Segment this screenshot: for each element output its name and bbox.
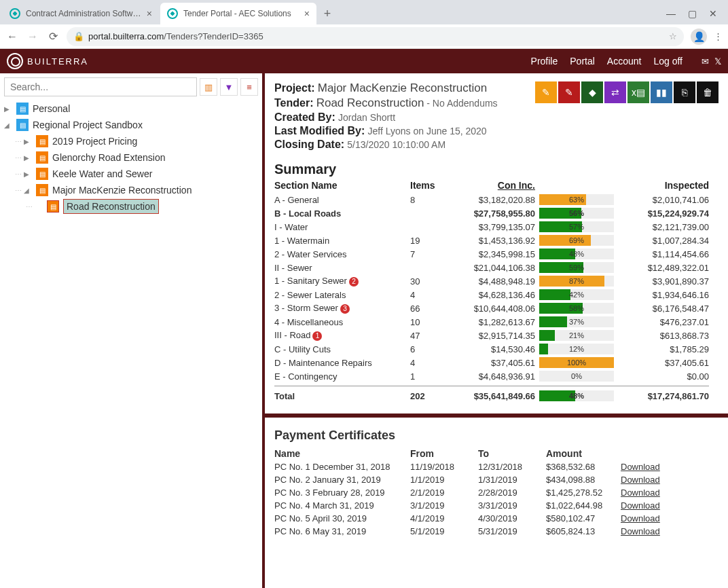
header-nav: Profile Portal Account Log off ✉ 𝕏 — [531, 56, 721, 67]
tree-node[interactable]: ⋯◢▤Major MacKenzie Reconstruction — [15, 182, 258, 198]
nav-account[interactable]: Account — [607, 56, 642, 67]
search-input[interactable] — [4, 77, 197, 96]
tree-label: Major MacKenzie Reconstruction — [52, 185, 192, 196]
toolbar-button-0[interactable]: ✎ — [535, 81, 557, 103]
tree-node[interactable]: ⋯▶▤Keele Water and Sewer — [15, 166, 258, 182]
summary-total-row: Total 202 $35,641,849.66 48% $17,274,861… — [274, 386, 709, 403]
url-host: portal.builterra.com — [88, 31, 164, 41]
brand-text: BUILTERRA — [27, 56, 88, 67]
toolbar-button-7[interactable]: 🗑 — [697, 81, 718, 103]
download-link[interactable]: Download — [621, 462, 660, 472]
download-link[interactable]: Download — [621, 488, 660, 498]
filter-icon-1[interactable]: ▥ — [200, 78, 217, 96]
toolbar-button-2[interactable]: ◆ — [581, 81, 603, 103]
toolbar-button-3[interactable]: ⇄ — [604, 81, 626, 103]
summary-row: B - Local Roads$27,758,955.8056%$15,224,… — [274, 206, 709, 220]
lock-icon: 🔒 — [73, 31, 84, 41]
browser-tab-2[interactable]: Tender Portal - AEC Solutions × — [160, 3, 316, 24]
close-tab-icon[interactable]: × — [147, 8, 152, 19]
tree: ▶▤Personal◢▤Regional Project Sandbox⋯▶▤2… — [4, 100, 258, 215]
col-section: Section Name — [274, 180, 410, 191]
favicon-icon — [167, 8, 178, 19]
filter-icon-2[interactable]: ▼ — [220, 78, 238, 96]
browser-chrome: Contract Administration Software × Tende… — [0, 0, 728, 49]
maximize-icon[interactable]: ▢ — [688, 8, 697, 19]
nav-logoff[interactable]: Log off — [653, 56, 682, 67]
action-toolbar: ✎✎◆⇄x▤▮▮⎘🗑 — [535, 81, 718, 103]
tab-bar: Contract Administration Software × Tende… — [0, 0, 728, 24]
folder-icon: ▤ — [47, 200, 59, 213]
mail-icon[interactable]: ✉ — [702, 56, 709, 67]
created-by: Jordan Shortt — [338, 112, 395, 123]
pc-row: PC No. 5 April 30, 20194/1/20194/30/2019… — [274, 512, 682, 525]
main-content: Project: Major MacKenzie Reconstruction … — [265, 73, 728, 588]
tree-label: Keele Water and Sewer — [52, 168, 152, 179]
summary-table: Section Name Items Con Inc. Inspected A … — [274, 179, 709, 403]
back-button[interactable]: ← — [5, 31, 19, 43]
download-link[interactable]: Download — [621, 475, 660, 485]
folder-icon: ▤ — [36, 151, 48, 164]
tree-label: Personal — [33, 103, 70, 114]
minimize-icon[interactable]: — — [666, 8, 676, 19]
tab-title: Tender Portal - AEC Solutions — [183, 9, 300, 18]
close-window-icon[interactable]: ✕ — [709, 8, 717, 19]
summary-row: 4 - Miscellaneous10$1,282,613.6737%$476,… — [274, 315, 709, 329]
forward-button[interactable]: → — [26, 31, 39, 43]
close-tab-icon[interactable]: × — [304, 8, 310, 19]
download-link[interactable]: Download — [621, 513, 660, 523]
pc-row: PC No. 2 January 31, 20191/1/20191/31/20… — [274, 473, 682, 486]
closing-date: 5/13/2020 10:10:00 AM — [347, 139, 445, 150]
pc-row: PC No. 6 May 31, 20195/1/20195/31/2019$6… — [274, 525, 682, 538]
section-divider — [265, 414, 728, 418]
col-inspected: Inspected — [627, 180, 709, 191]
project-name: Major MacKenzie Reconstruction — [318, 81, 487, 94]
list-icon[interactable]: ≡ — [240, 78, 258, 96]
folder-icon: ▤ — [36, 168, 48, 180]
bookmark-icon[interactable]: ☆ — [669, 31, 677, 41]
profile-avatar[interactable]: 👤 — [691, 29, 707, 45]
brand-logo[interactable]: BUILTERRA — [7, 53, 88, 69]
summary-row: C - Utility Cuts6$14,530.4612%$1,785.29 — [274, 342, 709, 356]
url-path: /Tenders?TenderID=3365 — [164, 31, 263, 41]
nav-portal[interactable]: Portal — [570, 56, 595, 67]
toolbar-button-5[interactable]: ▮▮ — [651, 81, 672, 103]
summary-row: II - Sewer$21,044,106.3859%$12,489,322.0… — [274, 261, 709, 274]
toolbar-button-4[interactable]: x▤ — [627, 81, 649, 103]
col-con[interactable]: Con Inc. — [451, 180, 539, 191]
download-link[interactable]: Download — [621, 500, 660, 511]
tree-label: Glenorchy Road Extension — [52, 152, 166, 163]
pc-title: Payment Certificates — [274, 428, 718, 443]
summary-row: 1 - Sanitary Sewer230$4,488,948.1987%$3,… — [274, 274, 709, 288]
modified-by: Jeff Lyons on June 15, 2020 — [368, 126, 487, 136]
project-meta: Project: Major MacKenzie Reconstruction … — [274, 81, 498, 152]
tree-label: Road Reconstruction — [63, 201, 159, 212]
folder-icon: ▤ — [16, 119, 29, 131]
reload-button[interactable]: ⟳ — [46, 30, 60, 43]
pc-row: PC No. 3 February 28, 20192/1/20192/28/2… — [274, 486, 682, 499]
summary-row: 3 - Storm Sewer366$10,644,408.0658%$6,17… — [274, 301, 709, 315]
summary-title: Summary — [274, 162, 718, 177]
new-tab-button[interactable]: + — [318, 4, 337, 23]
download-link[interactable]: Download — [621, 526, 660, 536]
folder-icon: ▤ — [36, 184, 48, 196]
tree-node[interactable]: ⋯▶▤2019 Project Pricing — [15, 133, 258, 149]
summary-row: 1 - Watermain19$1,453,136.9269%$1,007,28… — [274, 234, 709, 247]
tree-node[interactable]: ◢▤Regional Project Sandbox — [4, 117, 258, 133]
summary-row: III - Road147$2,915,714.3521%$613,868.73 — [274, 329, 709, 342]
tree-node[interactable]: ⋯▤Road Reconstruction — [26, 198, 258, 215]
favicon-icon — [10, 8, 20, 19]
twitter-icon[interactable]: 𝕏 — [714, 56, 721, 67]
sidebar: ▥ ▼ ≡ ▶▤Personal◢▤Regional Project Sandb… — [0, 73, 265, 588]
browser-tab-1[interactable]: Contract Administration Software × — [3, 3, 159, 24]
browser-menu-icon[interactable]: ⋮ — [714, 31, 723, 41]
nav-profile[interactable]: Profile — [531, 56, 558, 67]
summary-row: D - Maintenance Repairs4$37,405.61100%$3… — [274, 356, 709, 369]
tree-node[interactable]: ⋯▶▤Glenorchy Road Extension — [15, 149, 258, 166]
tree-node[interactable]: ▶▤Personal — [4, 100, 258, 117]
toolbar-button-1[interactable]: ✎ — [558, 81, 580, 103]
app-header: BUILTERRA Profile Portal Account Log off… — [0, 49, 728, 73]
toolbar-button-6[interactable]: ⎘ — [674, 81, 695, 103]
url-field[interactable]: 🔒 portal.builterra.com/Tenders?TenderID=… — [67, 27, 684, 46]
pc-table: Name From To Amount PC No. 1 December 31… — [274, 447, 682, 538]
window-controls: — ▢ ✕ — [666, 8, 725, 19]
